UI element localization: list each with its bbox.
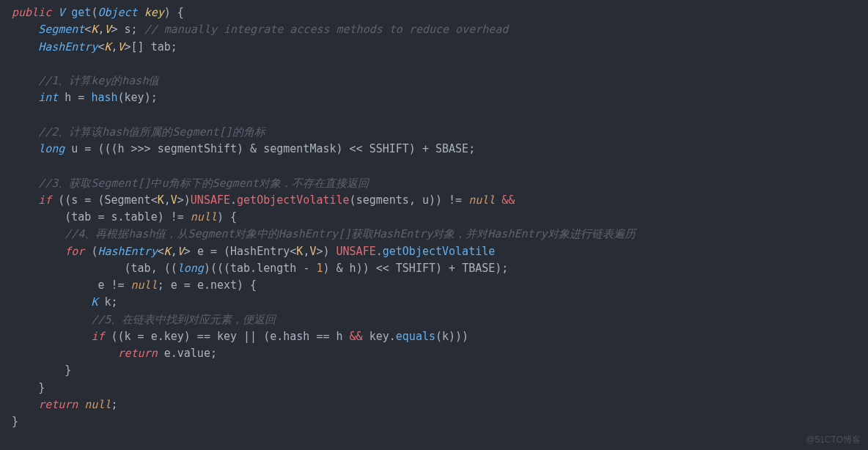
tp-k: K [164,245,171,258]
keyword-if: if [38,193,51,207]
fn-equals: equals [396,330,435,343]
var-u: u [71,142,78,155]
keyword-return: return [38,398,78,411]
var-h: h [65,91,71,104]
tshift: TSHIFT [396,262,435,275]
keyword-for: for [65,245,84,258]
null: null [84,398,111,411]
null: null [131,279,158,292]
param-type: Object [98,6,137,19]
var-key: key [217,330,237,343]
var-tab: tab [71,210,91,224]
param-key: key [144,6,164,19]
e-hash: e.hash [270,330,309,343]
comment: //2、计算该hash值所属的Segment[]的角标 [38,125,265,139]
arr-br: [] [131,40,144,54]
arg-key: key [125,91,144,104]
arg-u: u [422,193,429,207]
var-h: h [336,330,343,343]
op-and: && [350,330,363,343]
var-h: h [350,262,356,275]
comment: //1、计算key的hash值 [38,74,159,87]
arg-tab: tab [131,262,151,275]
method-get: get [71,6,91,19]
comment: //3、获取Segment[]中u角标下的Segment对象，不存在直接返回 [38,177,369,190]
watermark: @51CTO博客 [806,433,861,447]
null: null [191,210,217,224]
tab-length: tab.length [230,262,296,275]
var-e: e [98,279,104,292]
tbase: TBASE [462,262,495,275]
type-long: long [38,142,65,155]
type-k: K [91,295,98,309]
arg-k: k [442,330,449,343]
var-tab: tab [151,40,171,54]
keyword-return: return [118,347,158,360]
comment: //4、再根据hash值，从Segment对象中的HashEntry[]获取Ha… [65,227,635,240]
type-int: int [38,91,58,104]
ret-type: V [58,6,65,19]
arg-segments: segments [356,193,409,207]
null: null [468,193,495,207]
code-block: public V get(Object key) { Segment<K,V> … [0,0,868,435]
type-hashentry: HashEntry [98,245,157,258]
type-segment: Segment [38,23,84,36]
tp-v: V [177,245,184,258]
var-s: s [125,23,131,36]
field-table: table [125,210,158,224]
var-k: k [125,330,131,343]
expr: (((h >>> segmentShift) & segmentMask) <<… [98,142,475,155]
op-and: && [501,193,515,207]
fn-hash: hash [91,91,117,104]
tp-v: V [118,40,125,54]
var-e: e [197,245,204,258]
e-next: e.next [197,279,237,292]
comment: // manually integrate access methods to … [144,23,509,36]
keyword-if: if [91,330,104,343]
e-value: e.value [164,347,210,360]
e-key: e.key [151,330,184,343]
comment: //5、在链表中找到对应元素，便返回 [91,313,276,326]
var-s: s [111,210,117,224]
cast-long: long [177,262,204,275]
keyword-public: public [12,6,51,19]
type-hashentry: HashEntry [38,40,98,54]
fn-gov: getObjectVolatile [383,245,496,258]
